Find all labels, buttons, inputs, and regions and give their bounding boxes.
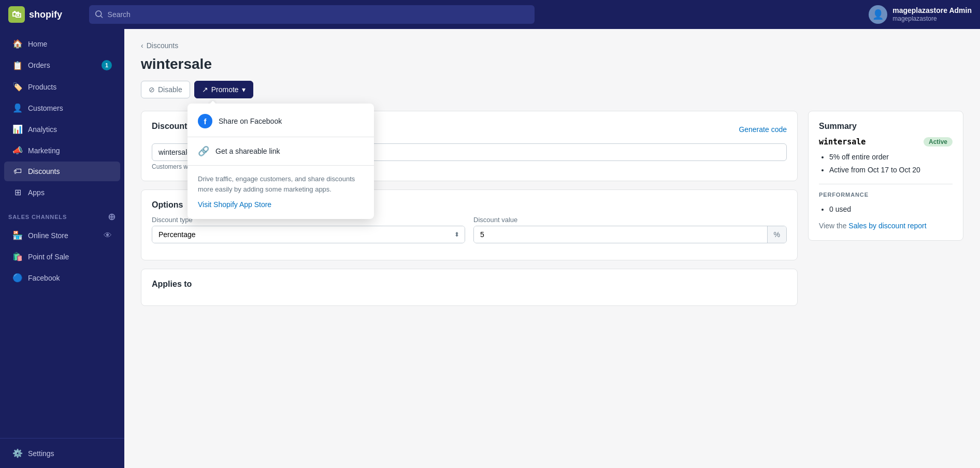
promo-text: Drive traffic, engage customers, and sha…	[188, 168, 374, 200]
facebook-brand-icon: f	[198, 114, 212, 128]
sidebar-item-label: Facebook	[28, 274, 60, 282]
sidebar-item-apps[interactable]: ⊞ Apps	[4, 182, 120, 202]
share-facebook-item[interactable]: f Share on Facebook	[188, 108, 374, 135]
performance-stats: 0 used	[819, 203, 953, 216]
sidebar-item-label: Online Store	[28, 231, 68, 240]
promote-chevron-icon: ▾	[242, 85, 246, 94]
options-title: Options	[152, 200, 183, 209]
sidebar-item-label: Settings	[28, 449, 54, 458]
promote-button[interactable]: ↗ Promote ▾	[194, 81, 253, 98]
sales-channels-section: SALES CHANNELS ⊕	[0, 203, 124, 225]
shopify-logo-icon: 🛍	[8, 6, 25, 23]
summary-card: Summary wintersale Active 5% off entire …	[808, 111, 963, 241]
search-input[interactable]	[108, 10, 528, 19]
dropdown-divider	[188, 137, 374, 137]
promote-share-icon: ↗	[202, 85, 208, 94]
summary-code: wintersale	[819, 137, 866, 147]
sidebar-item-products[interactable]: 🏷️ Products	[4, 77, 120, 97]
eye-icon: 👁	[104, 231, 112, 240]
sales-channels-label: SALES CHANNELS	[8, 214, 67, 220]
shareable-link-label: Get a shareable link	[215, 147, 280, 155]
home-icon: 🏠	[12, 39, 23, 49]
user-store: mageplazastore	[892, 15, 972, 23]
action-bar: ⊘ Disable ↗ Promote ▾ f Share on Faceboo…	[141, 81, 963, 98]
performance-label: PERFORMANCE	[819, 192, 953, 198]
shareable-link-item[interactable]: 🔗 Get a shareable link	[188, 139, 374, 163]
promote-dropdown: f Share on Facebook 🔗 Get a shareable li…	[188, 104, 374, 219]
dropdown-arrow	[208, 99, 217, 104]
report-link[interactable]: Sales by discount report	[848, 222, 926, 230]
report-prefix: View the	[819, 222, 848, 230]
avatar: 👤	[869, 5, 887, 24]
user-name: mageplazastore Admin	[892, 6, 972, 15]
sidebar-item-online-store[interactable]: 🏪 Online Store 👁	[4, 225, 120, 245]
online-store-icon: 🏪	[12, 230, 23, 240]
layout: 🏠 Home 📋 Orders 1 🏷️ Products 👤 Customer…	[0, 29, 980, 468]
sidebar-item-home[interactable]: 🏠 Home	[4, 34, 120, 54]
sidebar-item-customers[interactable]: 👤 Customers	[4, 98, 120, 118]
sidebar-item-label: Discounts	[28, 167, 60, 176]
discounts-icon: 🏷	[12, 167, 23, 176]
discount-value-input[interactable]	[474, 226, 767, 243]
summary-detail-0: 5% off entire order	[829, 151, 953, 164]
sidebar-item-label: Analytics	[28, 125, 57, 134]
summary-divider	[819, 184, 953, 184]
sidebar-item-point-of-sale[interactable]: 🛍️ Point of Sale	[4, 246, 120, 267]
disable-label: Disable	[158, 85, 182, 94]
discount-type-field: Discount type Percentage Fixed amount Fr…	[152, 216, 465, 243]
status-badge: Active	[924, 137, 953, 147]
apps-icon: ⊞	[12, 187, 23, 197]
sidebar-item-orders[interactable]: 📋 Orders 1	[4, 55, 120, 76]
orders-badge: 1	[102, 60, 112, 70]
search-bar[interactable]	[89, 5, 535, 24]
applies-to-title: Applies to	[152, 280, 192, 288]
generate-code-link[interactable]: Generate code	[739, 125, 787, 134]
breadcrumb-text: Discounts	[147, 41, 178, 50]
pos-icon: 🛍️	[12, 252, 23, 261]
dropdown-divider-2	[188, 165, 374, 166]
settings-icon: ⚙️	[12, 448, 23, 458]
promote-label: Promote	[211, 85, 239, 94]
link-icon: 🔗	[198, 145, 209, 157]
sidebar-item-label: Apps	[28, 188, 45, 197]
sidebar-item-discounts[interactable]: 🏷 Discounts	[4, 162, 120, 181]
sidebar: 🏠 Home 📋 Orders 1 🏷️ Products 👤 Customer…	[0, 29, 124, 468]
discount-type-select-wrapper[interactable]: Percentage Fixed amount Free shipping ⬍	[152, 226, 465, 243]
sidebar-item-label: Customers	[28, 104, 63, 112]
discount-value-label: Discount value	[473, 216, 787, 224]
page-title: wintersale	[141, 56, 963, 72]
logo[interactable]: 🛍 shopify	[8, 6, 81, 23]
sidebar-item-facebook[interactable]: 🔵 Facebook	[4, 268, 120, 288]
facebook-icon: 🔵	[12, 273, 23, 283]
discount-value-field: Discount value %	[473, 216, 787, 243]
summary-code-row: wintersale Active	[819, 137, 953, 147]
analytics-icon: 📊	[12, 124, 23, 134]
sidebar-item-label: Point of Sale	[28, 253, 69, 261]
back-icon: ‹	[141, 41, 143, 50]
topnav: 🛍 shopify 👤 mageplazastore Admin magepla…	[0, 0, 980, 29]
add-sales-channel-icon[interactable]: ⊕	[108, 211, 116, 223]
sidebar-item-label: Marketing	[28, 147, 60, 155]
logo-text: shopify	[29, 9, 62, 20]
visit-store-link[interactable]: Visit Shopify App Store	[188, 200, 374, 215]
summary-details: 5% off entire order Active from Oct 17 t…	[819, 151, 953, 177]
discount-value-input-wrapper[interactable]: %	[473, 226, 787, 243]
sidebar-item-label: Home	[28, 40, 47, 48]
sidebar-item-analytics[interactable]: 📊 Analytics	[4, 119, 120, 139]
orders-icon: 📋	[12, 61, 23, 70]
sidebar-item-label: Products	[28, 83, 56, 91]
user-info: mageplazastore Admin mageplazastore	[892, 6, 972, 23]
sidebar-item-marketing[interactable]: 📣 Marketing	[4, 140, 120, 160]
customers-icon: 👤	[12, 103, 23, 113]
marketing-icon: 📣	[12, 145, 23, 155]
breadcrumb[interactable]: ‹ Discounts	[141, 41, 963, 50]
sidebar-item-settings[interactable]: ⚙️ Settings	[4, 443, 120, 463]
user-menu[interactable]: 👤 mageplazastore Admin mageplazastore	[869, 5, 972, 24]
options-grid: Discount type Percentage Fixed amount Fr…	[152, 216, 787, 250]
disable-button[interactable]: ⊘ Disable	[141, 81, 190, 98]
discount-type-select[interactable]: Percentage Fixed amount Free shipping	[152, 226, 465, 243]
applies-to-card: Applies to	[141, 269, 798, 306]
products-icon: 🏷️	[12, 82, 23, 92]
sidebar-item-label: Orders	[28, 61, 50, 69]
main-content: ‹ Discounts wintersale ⊘ Disable ↗ Promo…	[124, 29, 980, 468]
